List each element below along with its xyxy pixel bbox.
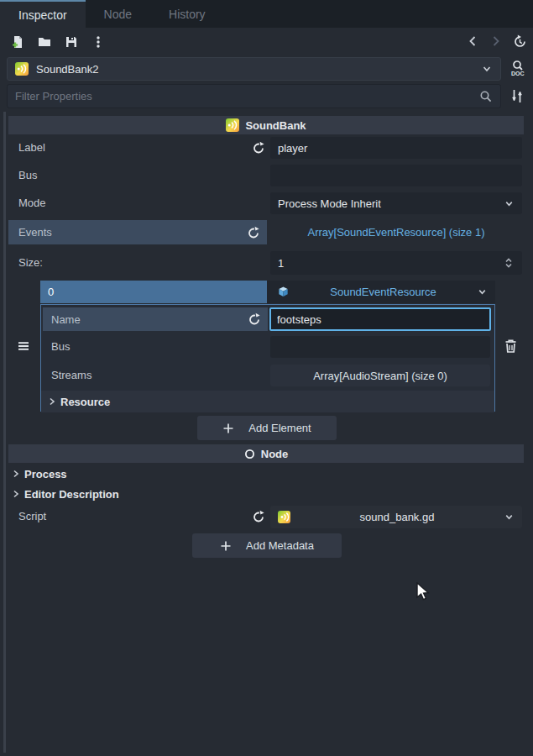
soundbank-resource-icon xyxy=(15,62,29,76)
inspector-toolbar xyxy=(0,28,533,55)
group-process-label: Process xyxy=(24,468,67,480)
resource-selector[interactable]: SoundBank2 xyxy=(7,57,501,81)
revert-name-button[interactable] xyxy=(248,312,261,326)
script-dropdown[interactable]: sound_bank.gd xyxy=(270,506,522,528)
script-value-text: sound_bank.gd xyxy=(290,511,504,523)
history-icon xyxy=(513,34,527,49)
plus-icon xyxy=(222,423,234,434)
script-resource-icon xyxy=(278,511,290,523)
element-type-dropdown[interactable]: SoundEventResource xyxy=(267,281,495,303)
mode-dropdown[interactable]: Process Mode Inherit xyxy=(270,192,522,214)
prop-label-element-bus: Bus xyxy=(51,336,70,358)
new-resource-button[interactable] xyxy=(11,35,24,49)
prop-label-name: Name xyxy=(51,313,81,326)
group-process[interactable]: Process xyxy=(12,466,67,481)
soundbank-icon xyxy=(226,118,239,132)
arrow-collapsed-icon xyxy=(12,489,20,499)
extra-options-button[interactable] xyxy=(91,35,105,49)
category-title: SoundBank xyxy=(245,119,306,132)
history-forward-button[interactable] xyxy=(489,34,503,48)
mouse-cursor xyxy=(416,582,435,602)
history-back-button[interactable] xyxy=(466,34,479,48)
tab-history[interactable]: History xyxy=(150,0,224,28)
chevron-down-icon xyxy=(504,198,515,209)
group-resource[interactable]: Resource xyxy=(41,391,494,412)
prop-label-events: Events xyxy=(18,226,52,239)
label-value-text: player xyxy=(278,142,307,155)
delete-element-button[interactable] xyxy=(504,339,518,354)
node-circle-icon xyxy=(244,449,255,459)
file-plus-icon xyxy=(11,35,24,49)
filter-properties-bar xyxy=(7,84,501,108)
load-resource-button[interactable] xyxy=(38,35,51,49)
revert-script-button[interactable] xyxy=(252,510,265,523)
doc-search-icon: DOC xyxy=(509,60,525,77)
revert-label-button[interactable] xyxy=(252,141,265,155)
revert-events-button[interactable] xyxy=(247,226,260,239)
resource-cube-icon xyxy=(277,286,290,298)
streams-array-text: Array[AudioStream] (size 0) xyxy=(313,370,447,382)
streams-array-button[interactable]: Array[AudioStream] (size 0) xyxy=(270,365,490,386)
prop-label-streams: Streams xyxy=(51,365,91,386)
object-history-button[interactable] xyxy=(513,34,526,48)
category-node-title: Node xyxy=(261,448,289,460)
arrow-collapsed-icon xyxy=(48,396,56,407)
add-element-button[interactable]: Add Element xyxy=(197,416,337,440)
add-metadata-label: Add Metadata xyxy=(246,539,314,552)
size-spinner[interactable]: 1 xyxy=(270,251,522,275)
tab-bar: Inspector Node History xyxy=(0,0,533,28)
add-element-label: Add Element xyxy=(248,422,311,434)
chevron-down-icon xyxy=(477,286,488,297)
tab-node[interactable]: Node xyxy=(86,0,150,28)
trash-icon xyxy=(504,339,518,354)
group-editor-description[interactable]: Editor Description xyxy=(12,486,119,501)
category-node[interactable]: Node xyxy=(8,444,524,463)
save-resource-button[interactable] xyxy=(65,35,78,49)
chevron-right-icon xyxy=(490,34,502,48)
save-icon xyxy=(65,35,78,49)
group-editor-description-label: Editor Description xyxy=(24,488,119,501)
element-resource-panel: Name Bus Streams Array[AudioStream] (siz… xyxy=(40,304,495,412)
events-array-button[interactable]: Array[SoundEventResource] (size 1) xyxy=(270,220,522,244)
element-bus-field[interactable] xyxy=(270,336,490,358)
chevron-down-icon xyxy=(481,63,493,75)
prop-label-size: Size: xyxy=(18,252,43,274)
audio-jack-tools-icon xyxy=(509,88,525,104)
plus-icon xyxy=(220,540,232,552)
open-docs-button[interactable]: DOC xyxy=(509,60,525,77)
label-value-field[interactable]: player xyxy=(270,137,522,159)
prop-events-cell[interactable]: Events xyxy=(8,220,267,244)
spinner-updown-icon[interactable] xyxy=(503,256,515,270)
property-tools-button[interactable] xyxy=(509,88,525,104)
resource-name: SoundBank2 xyxy=(36,63,481,76)
element-index-text: 0 xyxy=(48,286,54,298)
folder-icon xyxy=(38,35,51,49)
element-drag-handle[interactable] xyxy=(17,339,30,353)
prop-label-bus: Bus xyxy=(18,165,37,186)
element-type-text: SoundEventResource xyxy=(290,286,477,298)
add-metadata-button[interactable]: Add Metadata xyxy=(192,533,342,558)
events-array-text: Array[SoundEventResource] (size 1) xyxy=(308,226,485,239)
left-scrollbar[interactable] xyxy=(3,112,6,753)
chevron-down-icon xyxy=(504,512,515,522)
drag-handle-icon xyxy=(17,339,30,353)
prop-label-mode: Mode xyxy=(18,192,46,214)
prop-name-cell[interactable]: Name xyxy=(43,307,268,331)
element-index-cell[interactable]: 0 xyxy=(40,281,267,303)
group-resource-label: Resource xyxy=(60,396,110,408)
inspector-panel: Inspector Node History xyxy=(0,0,533,756)
chevron-left-icon xyxy=(467,34,478,48)
category-soundbank[interactable]: SoundBank xyxy=(8,116,524,134)
search-icon xyxy=(479,90,493,103)
arrow-collapsed-icon xyxy=(12,469,20,479)
size-value-text: 1 xyxy=(278,257,503,270)
mode-value-text: Process Mode Inherit xyxy=(278,197,504,210)
bus-value-field[interactable] xyxy=(270,165,522,186)
prop-label-script: Script xyxy=(18,506,46,528)
svg-text:DOC: DOC xyxy=(511,71,525,76)
filter-properties-input[interactable] xyxy=(15,90,479,102)
tab-inspector[interactable]: Inspector xyxy=(0,0,86,28)
dots-vertical-icon xyxy=(91,35,105,49)
name-value-input[interactable] xyxy=(269,307,491,331)
prop-label-label: Label xyxy=(18,137,45,159)
